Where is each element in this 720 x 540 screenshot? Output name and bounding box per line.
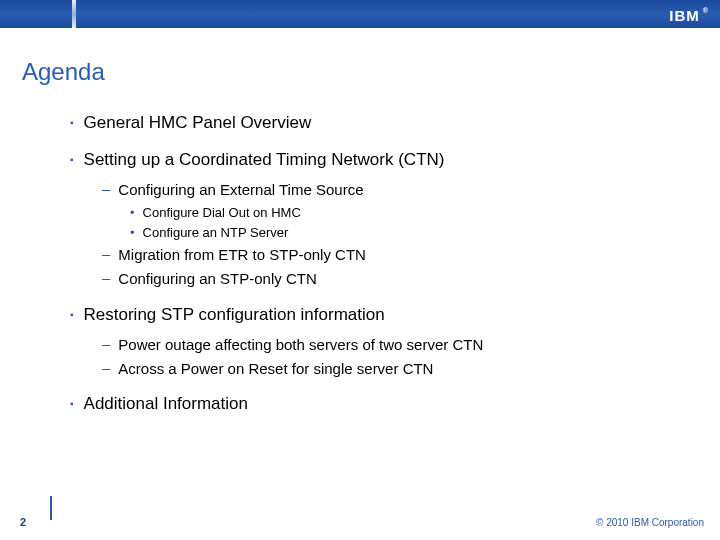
bullet-text: Configuring an External Time Source xyxy=(118,180,363,200)
bullet-text: Setting up a Coordinated Timing Network … xyxy=(84,149,445,172)
ibm-logo: IBM ® xyxy=(669,6,706,24)
dash-bullet-icon: – xyxy=(102,268,110,288)
list-item: ▪ Setting up a Coordinated Timing Networ… xyxy=(70,149,680,290)
dot-bullet-icon: • xyxy=(130,204,135,222)
bullet-text: Migration from ETR to STP-only CTN xyxy=(118,245,366,265)
list-item: ▪ Restoring STP configuration informatio… xyxy=(70,304,680,379)
bullet-text: Additional Information xyxy=(84,393,248,416)
bullet-list: ▪ General HMC Panel Overview ▪ Setting u… xyxy=(70,112,680,416)
list-item: – Power outage affecting both servers of… xyxy=(102,335,680,355)
bullet-text: Configuring an STP-only CTN xyxy=(118,269,316,289)
dash-bullet-icon: – xyxy=(102,334,110,354)
page-number: 2 xyxy=(20,516,26,528)
dash-bullet-icon: – xyxy=(102,179,110,199)
bullet-text: Restoring STP configuration information xyxy=(84,304,385,327)
copyright-text: © 2010 IBM Corporation xyxy=(596,517,704,528)
footer: 2 © 2010 IBM Corporation xyxy=(0,506,720,540)
square-bullet-icon: ▪ xyxy=(70,153,74,167)
square-bullet-icon: ▪ xyxy=(70,308,74,322)
slide-content: ▪ General HMC Panel Overview ▪ Setting u… xyxy=(70,112,680,430)
list-item: – Migration from ETR to STP-only CTN xyxy=(102,245,680,265)
list-item: ▪ Additional Information xyxy=(70,393,680,416)
header-bar: IBM ® xyxy=(0,0,720,28)
list-item: ▪ General HMC Panel Overview xyxy=(70,112,680,135)
bullet-text: Configure an NTP Server xyxy=(143,224,289,242)
list-item: – Configuring an External Time Source • … xyxy=(102,180,680,241)
footer-divider xyxy=(8,506,712,507)
list-item: • Configure Dial Out on HMC xyxy=(130,204,680,222)
bullet-text: Across a Power on Reset for single serve… xyxy=(118,359,433,379)
square-bullet-icon: ▪ xyxy=(70,116,74,130)
dash-bullet-icon: – xyxy=(102,358,110,378)
bullet-text: General HMC Panel Overview xyxy=(84,112,312,135)
dot-bullet-icon: • xyxy=(130,224,135,242)
registered-mark: ® xyxy=(703,7,707,14)
ibm-logo-text: IBM xyxy=(669,7,700,24)
list-item: – Across a Power on Reset for single ser… xyxy=(102,359,680,379)
list-item: – Configuring an STP-only CTN xyxy=(102,269,680,289)
footer-accent xyxy=(50,496,52,520)
slide-title: Agenda xyxy=(22,58,105,86)
bullet-text: Power outage affecting both servers of t… xyxy=(118,335,483,355)
bullet-text: Configure Dial Out on HMC xyxy=(143,204,301,222)
list-item: • Configure an NTP Server xyxy=(130,224,680,242)
square-bullet-icon: ▪ xyxy=(70,397,74,411)
slide: IBM ® Agenda ▪ General HMC Panel Overvie… xyxy=(0,0,720,540)
dash-bullet-icon: – xyxy=(102,244,110,264)
header-accent xyxy=(72,0,76,28)
